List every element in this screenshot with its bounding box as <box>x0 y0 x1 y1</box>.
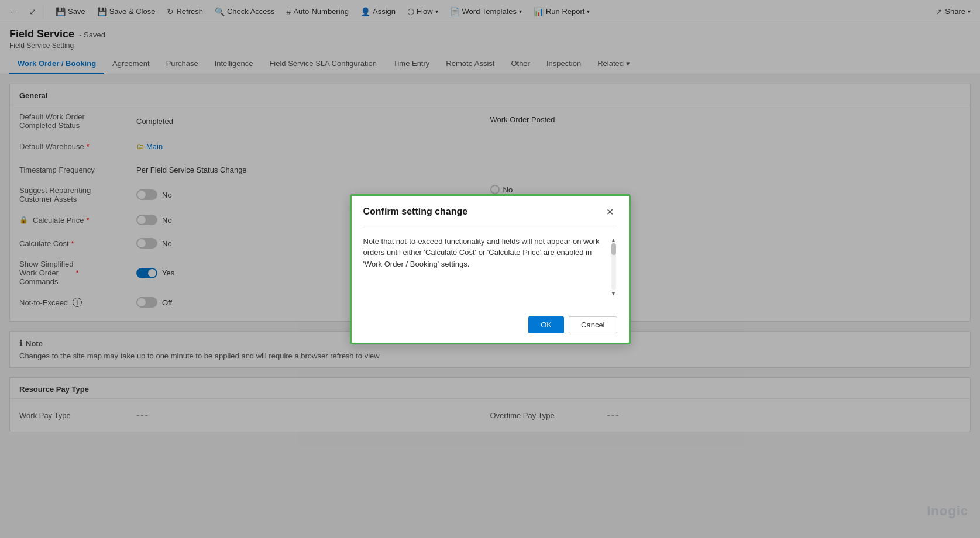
scrollbar-thumb[interactable] <box>611 243 616 255</box>
modal-overlay: Confirm setting change ✕ Note that not-t… <box>0 0 980 530</box>
modal-footer: OK Cancel <box>352 307 629 343</box>
modal-scrollbar: ▲ ▼ <box>610 236 617 298</box>
scrollbar-up-arrow[interactable]: ▲ <box>611 237 617 243</box>
cancel-button[interactable]: Cancel <box>569 316 617 333</box>
modal-title: Confirm setting change <box>363 206 468 217</box>
modal-close-button[interactable]: ✕ <box>603 205 617 219</box>
modal-text-area: Note that not-to-exceed functionality an… <box>363 236 606 298</box>
modal-text: Note that not-to-exceed functionality an… <box>363 236 606 270</box>
confirm-dialog: Confirm setting change ✕ Note that not-t… <box>350 194 631 344</box>
ok-button[interactable]: OK <box>528 316 564 333</box>
scrollbar-down-arrow[interactable]: ▼ <box>611 290 617 296</box>
modal-header: Confirm setting change ✕ <box>352 196 629 226</box>
scrollbar-track <box>611 243 616 290</box>
modal-body: Note that not-to-exceed functionality an… <box>352 226 629 307</box>
